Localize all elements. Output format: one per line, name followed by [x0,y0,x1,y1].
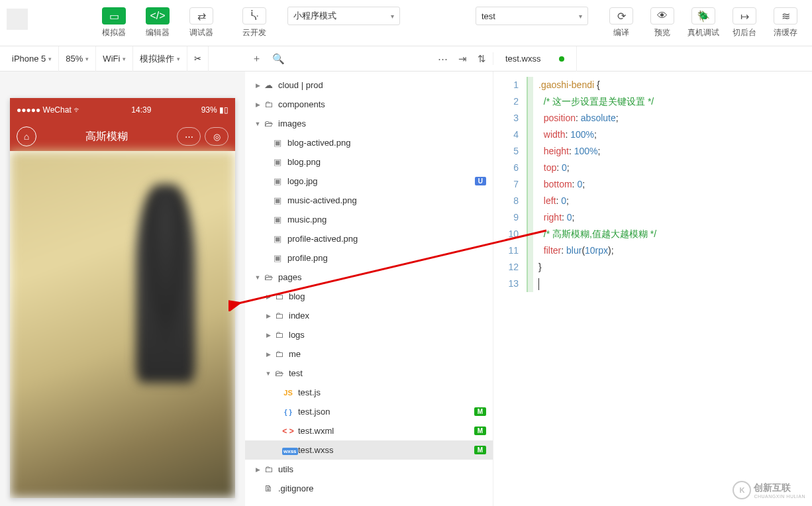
image-icon [272,138,283,148]
zoom-select[interactable]: 85%▾ [59,46,96,72]
compile-icon: ⟳ [609,7,633,25]
target-icon[interactable]: ◎ [205,127,228,146]
tree-file-logo[interactable]: logo.jpgU [245,172,493,191]
watermark: K 创新互联 CHUANGXIN HULIAN [733,481,805,499]
add-file-icon[interactable]: ＋ [252,52,262,65]
image-icon [272,253,283,263]
status-bar: ●●●●● WeChat ᯤ 14:39 93% ▮▯ [10,98,235,122]
modified-badge: M [474,427,486,435]
tree-file-test-js[interactable]: JStest.js [245,383,493,402]
top-toolbar: ▭ 模拟器 </> 编辑器 ⇄ 调试器 ᔃ 云开发 小程序模式 test ⟳ 编… [0,0,812,46]
simulator-pane: ●●●●● WeChat ᯤ 14:39 93% ▮▯ ⌂ 高斯模糊 ⋯ ◎ [0,72,245,506]
device-select[interactable]: iPhone 5▾ [5,46,59,72]
compile-button[interactable]: ⟳ 编译 [601,5,641,40]
folder-icon [273,311,285,321]
background-button[interactable]: ↦ 切后台 [725,5,764,40]
phone-preview[interactable]: ●●●●● WeChat ᯤ 14:39 93% ▮▯ ⌂ 高斯模糊 ⋯ ◎ [10,98,235,498]
wxss-icon: wxss [282,445,294,455]
image-icon [272,234,283,244]
tree-folder-blog[interactable]: ▶blog [245,287,493,306]
phone-background [10,151,235,498]
image-icon [272,195,283,205]
json-icon: { } [282,408,294,416]
folder-icon [262,464,274,474]
background-icon: ↦ [733,7,756,25]
file-tree[interactable]: ▶cloud | prod ▶components ▼images blog-a… [245,72,493,506]
tree-folder-index[interactable]: ▶index [245,306,493,325]
tree-folder-images[interactable]: ▼images [245,114,493,133]
carrier: ●●●●● WeChat ᯤ [17,105,81,115]
folder-icon [273,349,285,359]
file-icon [262,483,274,493]
simulator-icon: ▭ [102,7,126,25]
preview-icon: 👁 [650,7,674,25]
tree-file[interactable]: music.png [245,210,493,229]
debugger-button[interactable]: ⇄ 调试器 [181,5,221,40]
status-time: 14:39 [81,105,201,115]
folder-icon [262,99,274,109]
mode-select[interactable]: 小程序模式 [287,7,400,25]
file-tab-test-wxss[interactable]: test.wxss [493,46,577,72]
cloud-dev-button[interactable]: ᔃ 云开发 [234,5,274,40]
real-device-button[interactable]: 🪲 真机调试 [684,5,723,40]
settings-icon[interactable]: ⇅ [478,53,486,65]
tree-file-test-json[interactable]: { }test.jsonM [245,402,493,421]
untracked-badge: U [475,177,486,185]
cloud-icon [262,80,274,90]
simulator-button[interactable]: ▭ 模拟器 [94,5,134,40]
tree-folder-test[interactable]: ▼test [245,364,493,383]
folder-open-icon [262,272,274,282]
tree-file[interactable]: blog-actived.png [245,133,493,152]
modified-badge: M [474,407,486,416]
folder-open-icon [262,119,274,128]
preview-button[interactable]: 👁 预览 [642,5,682,40]
nav-bar: ⌂ 高斯模糊 ⋯ ◎ [10,122,235,151]
js-icon: JS [282,389,294,397]
bug-icon: 🪲 [691,7,715,25]
editor-icon: </> [146,7,170,25]
more-icon[interactable]: ⋯ [438,53,448,65]
tree-folder-pages[interactable]: ▼pages [245,268,493,287]
folder-icon [273,330,285,340]
home-icon[interactable]: ⌂ [17,126,36,146]
network-select[interactable]: WiFi▾ [96,46,133,72]
modified-badge: M [474,446,486,454]
code-content[interactable]: .gaoshi-bendi { /* 这一步设置是关键设置 */ positio… [533,72,812,506]
cloud-icon: ᔃ [242,7,266,25]
project-select[interactable]: test [476,7,588,25]
clear-cache-icon: ≋ [774,7,797,25]
search-icon[interactable]: 🔍 [272,53,285,65]
user-avatar[interactable] [7,9,28,30]
clear-cache-button[interactable]: ≋ 清缓存 [766,5,805,40]
debugger-icon: ⇄ [189,7,213,25]
image-icon [272,157,283,167]
tree-folder-utils[interactable]: ▶utils [245,460,493,479]
tree-file-test-wxss[interactable]: wxsstest.wxssM [245,440,493,460]
page-title: 高斯模糊 [36,130,177,144]
menu-dots-icon[interactable]: ⋯ [177,127,201,146]
tree-folder-components[interactable]: ▶components [245,95,493,114]
tree-file[interactable]: profile.png [245,248,493,268]
split-icon[interactable]: ⇥ [458,53,467,65]
wxml-icon: < > [282,427,294,436]
sim-op-select[interactable]: 模拟操作▾ [133,46,187,72]
tree-file-gitignore[interactable]: .gitignore [245,479,493,498]
line-gutter: 12345678910111213 [493,72,527,506]
sim-more[interactable]: ✂ [187,46,209,72]
image-icon [272,176,283,186]
image-icon [272,215,283,225]
tree-file-test-wxml[interactable]: < >test.wxmlM [245,421,493,440]
tree-file[interactable]: profile-actived.png [245,229,493,248]
editor-button[interactable]: </> 编辑器 [138,5,178,40]
dirty-indicator [559,56,564,62]
tree-folder-me[interactable]: ▶me [245,344,493,364]
code-editor[interactable]: 12345678910111213 .gaoshi-bendi { /* 这一步… [493,72,812,506]
phone-figure [136,184,195,383]
folder-icon [273,291,285,301]
tree-folder-cloud[interactable]: ▶cloud | prod [245,76,493,95]
folder-open-icon [273,368,285,378]
tree-file[interactable]: blog.png [245,152,493,172]
tree-file[interactable]: music-actived.png [245,191,493,210]
battery: 93% ▮▯ [201,105,228,115]
tree-folder-logs[interactable]: ▶logs [245,325,493,344]
